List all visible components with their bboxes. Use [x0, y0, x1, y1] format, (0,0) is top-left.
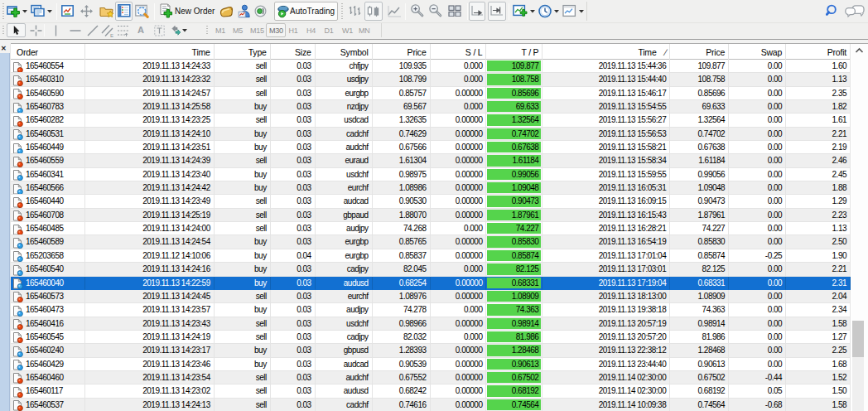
svg-text:E: E [110, 33, 113, 38]
